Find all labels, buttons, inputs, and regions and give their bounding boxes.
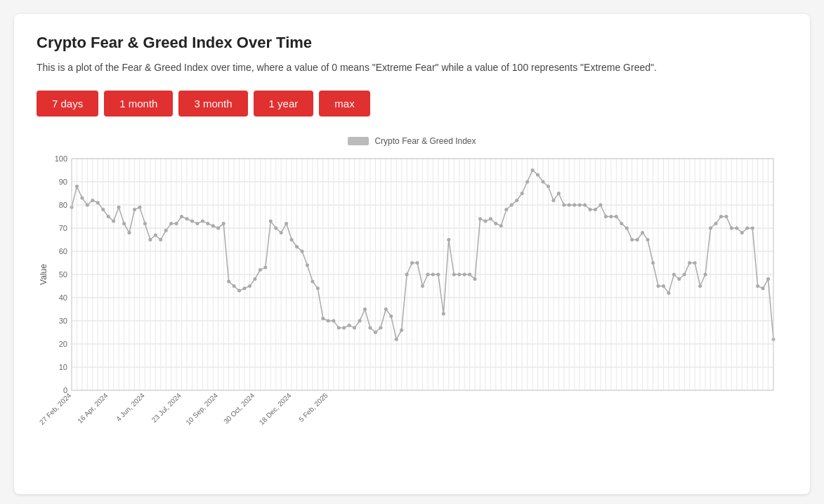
data-point: [463, 273, 466, 277]
data-point: [525, 180, 529, 184]
data-point: [327, 319, 330, 323]
data-point: [117, 206, 121, 209]
data-point: [405, 273, 409, 277]
data-point: [227, 279, 230, 283]
data-point: [719, 215, 723, 218]
svg-text:5 Feb, 2025: 5 Feb, 2025: [297, 391, 329, 423]
data-point: [431, 273, 435, 277]
data-point: [447, 238, 450, 241]
data-point: [86, 204, 89, 207]
data-point: [688, 261, 691, 265]
data-point: [122, 222, 126, 225]
data-point: [169, 222, 173, 225]
data-point: [636, 238, 639, 241]
data-point: [395, 338, 398, 341]
data-point: [709, 227, 712, 230]
data-point: [568, 204, 571, 207]
data-point: [164, 229, 168, 232]
data-point: [698, 284, 702, 288]
data-point: [494, 222, 497, 225]
data-point: [237, 289, 241, 293]
data-point: [201, 220, 204, 223]
data-point: [714, 222, 717, 225]
data-point: [604, 215, 608, 218]
data-point: [101, 208, 105, 211]
data-point: [756, 284, 759, 288]
data-point: [154, 233, 157, 237]
data-point: [243, 286, 247, 290]
data-point: [620, 222, 623, 225]
data-point: [91, 199, 94, 202]
data-point: [269, 220, 273, 223]
btn-7days[interactable]: 7 days: [37, 91, 98, 117]
svg-text:70: 70: [59, 224, 67, 232]
chart-legend: Crypto Fear & Greed Index: [37, 136, 787, 146]
data-point: [504, 208, 508, 211]
legend-label: Crypto Fear & Greed Index: [374, 136, 476, 146]
btn-3month[interactable]: 3 month: [178, 91, 247, 117]
data-point: [222, 222, 225, 225]
data-point: [363, 307, 367, 311]
data-point: [625, 227, 629, 230]
data-point: [510, 204, 514, 207]
btn-1year[interactable]: 1 year: [254, 91, 314, 117]
data-point: [536, 173, 539, 177]
data-point: [583, 204, 587, 207]
data-point: [389, 314, 393, 318]
data-point: [348, 324, 351, 327]
data-point: [274, 227, 277, 230]
data-point: [489, 217, 492, 220]
data-point: [473, 277, 477, 281]
data-point: [426, 273, 429, 277]
data-point: [195, 222, 199, 225]
data-point: [740, 231, 744, 234]
data-point: [133, 208, 136, 211]
data-point: [211, 224, 215, 227]
data-point: [337, 326, 341, 329]
data-point: [143, 222, 147, 225]
data-point: [190, 220, 194, 223]
data-point: [589, 208, 592, 211]
data-point: [80, 197, 84, 200]
data-point: [704, 273, 707, 277]
svg-text:27 Feb, 2024: 27 Feb, 2024: [38, 391, 73, 426]
data-point: [353, 326, 356, 329]
data-point: [656, 284, 660, 288]
data-point: [75, 185, 79, 188]
data-point: [112, 220, 115, 223]
svg-text:80: 80: [59, 201, 67, 209]
chart-container: Crypto Fear & Greed Index 01020304050607…: [37, 136, 787, 477]
svg-text:23 Jul, 2024: 23 Jul, 2024: [150, 391, 183, 424]
data-point: [442, 312, 445, 316]
data-point: [521, 192, 524, 195]
data-point: [248, 284, 251, 288]
data-point: [138, 206, 141, 209]
svg-text:30 Oct, 2024: 30 Oct, 2024: [222, 391, 256, 425]
data-point: [724, 215, 728, 218]
btn-max[interactable]: max: [319, 91, 370, 117]
data-point: [452, 273, 456, 277]
data-point: [751, 227, 754, 230]
btn-1month[interactable]: 1 month: [104, 91, 173, 117]
time-range-buttons: 7 days1 month3 month1 yearmax: [37, 91, 787, 117]
data-point: [280, 231, 283, 234]
data-point: [483, 220, 487, 223]
svg-text:10: 10: [59, 363, 67, 371]
data-point: [662, 284, 665, 288]
data-point: [766, 277, 770, 281]
data-point: [667, 291, 670, 295]
data-point: [216, 227, 220, 230]
data-point: [253, 277, 256, 281]
data-point: [206, 222, 209, 225]
data-point: [683, 273, 686, 277]
data-point: [562, 204, 565, 207]
svg-text:16 Apr, 2024: 16 Apr, 2024: [76, 391, 110, 425]
data-point: [615, 215, 618, 218]
data-point: [185, 217, 189, 220]
data-point: [128, 231, 131, 234]
data-point: [457, 273, 461, 277]
data-point: [421, 284, 424, 288]
svg-text:100: 100: [55, 154, 67, 163]
line-chart: 010203040506070809010027 Feb, 202416 Apr…: [37, 152, 787, 475]
data-point: [594, 208, 597, 211]
